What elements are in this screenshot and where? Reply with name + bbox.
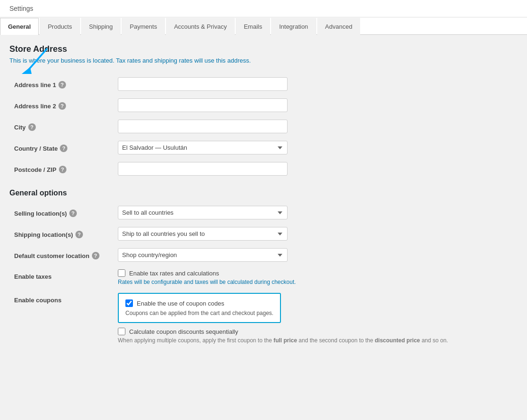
shipping-locations-select[interactable]: Ship to all countries you sell to Ship t…	[118, 227, 288, 241]
enable-coupons-checkbox-text: Enable the use of coupon codes	[137, 300, 224, 307]
hint2-bold: full price	[273, 337, 297, 344]
postcode-row: Postcode / ZIP ?	[9, 158, 518, 179]
store-address-title: Store Address	[9, 44, 518, 54]
city-row: City ?	[9, 116, 518, 137]
tab-shipping[interactable]: Shipping	[81, 18, 121, 35]
enable-taxes-checkbox-label[interactable]: Enable tax rates and calculations	[118, 269, 513, 277]
enable-taxes-label-wrap: Enable taxes	[14, 271, 108, 280]
page-title: Settings	[9, 5, 33, 12]
general-options-form: Selling location(s) ? Sell to all countr…	[9, 202, 518, 347]
store-address-desc: This is where your business is located. …	[9, 57, 518, 64]
selling-locations-label-wrap: Selling location(s) ?	[14, 208, 108, 217]
calculate-coupons-checkbox[interactable]	[118, 328, 125, 335]
enable-coupons-label: Enable coupons	[14, 297, 61, 304]
shipping-locations-help-icon[interactable]: ?	[75, 231, 83, 238]
address-line1-input[interactable]	[118, 77, 288, 91]
city-label-wrap: City ?	[14, 121, 108, 131]
city-label: City	[14, 124, 26, 131]
postcode-input[interactable]	[118, 162, 288, 176]
hint2-end: and so on.	[420, 337, 448, 344]
address-line2-input[interactable]	[118, 98, 288, 112]
selling-locations-select[interactable]: Sell to all countries Sell to specific c…	[118, 206, 288, 219]
tabs-container: General Products Shipping Payments Accou…	[0, 17, 527, 35]
shipping-locations-label: Shipping location(s)	[14, 231, 73, 238]
store-address-form: Address line 1 ? Address line 2 ?	[9, 73, 518, 179]
calculate-coupons-checkbox-label[interactable]: Calculate coupon discounts sequentially	[118, 328, 513, 335]
general-options-title: General options	[9, 189, 518, 197]
postcode-label-wrap: Postcode / ZIP ?	[14, 164, 108, 173]
calculate-coupons-checkbox-text: Calculate coupon discounts sequentially	[129, 328, 238, 335]
enable-taxes-checkbox[interactable]	[118, 269, 125, 277]
hint2-bold2: discounted price	[375, 337, 420, 344]
address-line1-label-wrap: Address line 1 ?	[14, 79, 108, 89]
enable-coupons-row: Enable coupons Enable the use of coupon …	[9, 289, 518, 347]
shipping-locations-row: Shipping location(s) ? Ship to all count…	[9, 223, 518, 244]
tab-accounts-privacy[interactable]: Accounts & Privacy	[166, 18, 235, 35]
enable-coupons-checkbox[interactable]	[125, 299, 133, 307]
selling-locations-row: Selling location(s) ? Sell to all countr…	[9, 202, 518, 223]
country-state-row: Country / State ? El Salvador — Usulután…	[9, 137, 518, 158]
selling-locations-help-icon[interactable]: ?	[69, 210, 77, 217]
enable-coupons-hint: Coupons can be applied from the cart and…	[125, 310, 273, 316]
enable-coupons-checkbox-label[interactable]: Enable the use of coupon codes	[125, 299, 273, 307]
tab-advanced[interactable]: Advanced	[317, 18, 361, 35]
enable-taxes-label: Enable taxes	[14, 273, 52, 280]
default-customer-location-help-icon[interactable]: ?	[92, 252, 99, 259]
address-line1-help-icon[interactable]: ?	[58, 81, 66, 89]
tab-general[interactable]: General	[0, 18, 39, 35]
address-line1-label: Address line 1	[14, 81, 56, 89]
tab-payments[interactable]: Payments	[122, 18, 165, 35]
page-header: Settings	[0, 0, 527, 17]
postcode-label: Postcode / ZIP	[14, 166, 57, 173]
selling-locations-label: Selling location(s)	[14, 210, 67, 217]
enable-taxes-checkbox-text: Enable tax rates and calculations	[129, 270, 219, 277]
postcode-help-icon[interactable]: ?	[59, 166, 66, 173]
tabs-wrapper: General Products Shipping Payments Accou…	[0, 17, 527, 35]
enable-taxes-hint: Rates will be configurable and taxes wil…	[118, 279, 513, 285]
default-customer-location-row: Default customer location ? Shop country…	[9, 244, 518, 266]
enable-coupons-box: Enable the use of coupon codes Coupons c…	[118, 293, 281, 323]
default-customer-location-label-wrap: Default customer location ?	[14, 250, 108, 259]
country-state-select[interactable]: El Salvador — Usulután United States Uni…	[118, 141, 288, 154]
city-help-icon[interactable]: ?	[28, 123, 36, 131]
tab-integration[interactable]: Integration	[271, 18, 316, 35]
default-customer-location-select[interactable]: Shop country/region Geolocate No locatio…	[118, 248, 288, 262]
calculate-coupons-hint: When applying multiple coupons, apply th…	[118, 337, 513, 344]
content-area: Store Address This is where your busines…	[0, 35, 527, 402]
country-state-label: Country / State	[14, 145, 58, 152]
tab-products[interactable]: Products	[40, 18, 80, 35]
tab-emails[interactable]: Emails	[236, 18, 270, 35]
enable-coupons-label-wrap: Enable coupons	[14, 295, 108, 304]
country-state-label-wrap: Country / State ?	[14, 143, 108, 152]
address-line2-label-wrap: Address line 2 ?	[14, 100, 108, 110]
address-line1-row: Address line 1 ?	[9, 73, 518, 95]
address-line2-row: Address line 2 ?	[9, 95, 518, 116]
hint2-mid: and the second coupon to the	[297, 337, 375, 344]
address-line2-label: Address line 2	[14, 103, 56, 110]
enable-taxes-row: Enable taxes Enable tax rates and calcul…	[9, 266, 518, 289]
country-state-help-icon[interactable]: ?	[60, 145, 67, 152]
shipping-locations-label-wrap: Shipping location(s) ?	[14, 229, 108, 238]
address-line2-help-icon[interactable]: ?	[58, 102, 66, 110]
default-customer-location-label: Default customer location	[14, 252, 90, 259]
city-input[interactable]	[118, 120, 288, 133]
hint2-pre: When applying multiple coupons, apply th…	[118, 337, 273, 344]
